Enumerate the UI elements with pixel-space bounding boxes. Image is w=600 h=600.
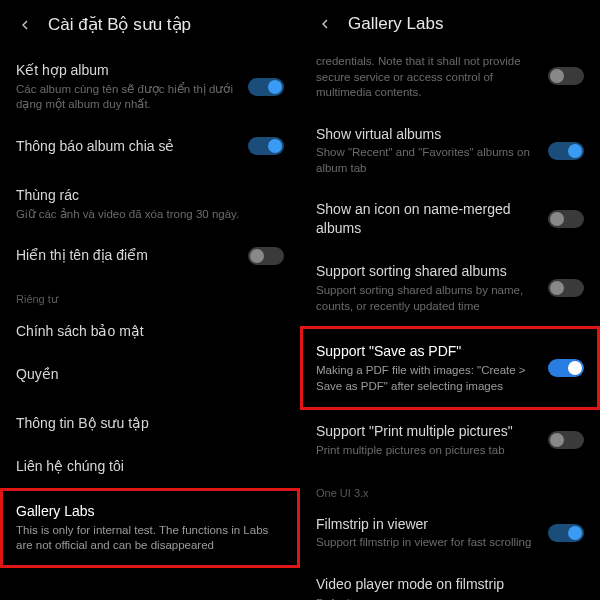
item-show-location[interactable]: Hiển thị tên địa điểm bbox=[0, 234, 300, 277]
toggle-print-multiple[interactable] bbox=[548, 431, 584, 449]
item-title: Thông báo album chia sẻ bbox=[16, 137, 238, 156]
item-title: Quyền bbox=[16, 365, 284, 384]
item-sub: Print multiple pictures on pictures tab bbox=[316, 443, 538, 459]
item-sub: Các album cùng tên sẽ được hiển thị dưới… bbox=[16, 82, 238, 113]
item-permissions[interactable]: Quyền bbox=[0, 353, 300, 396]
item-title: Support sorting shared albums bbox=[316, 262, 538, 281]
toggle-merge-albums[interactable] bbox=[248, 78, 284, 96]
item-sub: Making a PDF file with images: "Create >… bbox=[316, 363, 538, 394]
item-sub: Giữ các ảnh và video đã xóa trong 30 ngà… bbox=[16, 207, 284, 223]
item-sub: Support filmstrip in viewer for fast scr… bbox=[316, 535, 538, 551]
item-trash[interactable]: Thùng rác Giữ các ảnh và video đã xóa tr… bbox=[0, 174, 300, 234]
toggle-credentials[interactable] bbox=[548, 67, 584, 85]
item-sub: This is only for internal test. The func… bbox=[16, 523, 284, 554]
item-sub: Default bbox=[316, 596, 584, 600]
toggle-show-location[interactable] bbox=[248, 247, 284, 265]
content-left: Kết hợp album Các album cùng tên sẽ được… bbox=[0, 49, 300, 600]
item-title: Support "Print multiple pictures" bbox=[316, 422, 538, 441]
page-title-left: Cài đặt Bộ sưu tập bbox=[48, 14, 191, 35]
toggle-filmstrip-viewer[interactable] bbox=[548, 524, 584, 542]
item-sort-shared-albums[interactable]: Support sorting shared albums Support so… bbox=[300, 250, 600, 326]
item-title: Show virtual albums bbox=[316, 125, 538, 144]
item-title: Kết hợp album bbox=[16, 61, 238, 80]
item-save-as-pdf[interactable]: Support "Save as PDF" Making a PDF file … bbox=[300, 326, 600, 410]
item-shared-album-notif[interactable]: Thông báo album chia sẻ bbox=[0, 125, 300, 168]
item-privacy-policy[interactable]: Chính sách bảo mật bbox=[0, 310, 300, 353]
content-right: credentials. Note that it shall not prov… bbox=[300, 48, 600, 600]
item-about-gallery[interactable]: Thông tin Bộ sưu tập bbox=[0, 402, 300, 445]
item-title: Thông tin Bộ sưu tập bbox=[16, 414, 284, 433]
item-title: Support "Save as PDF" bbox=[316, 342, 538, 361]
section-privacy: Riêng tư bbox=[0, 283, 300, 310]
item-video-player-mode[interactable]: Video player mode on filmstrip Default bbox=[300, 563, 600, 600]
toggle-sort-shared-albums[interactable] bbox=[548, 279, 584, 297]
back-icon[interactable] bbox=[316, 15, 334, 33]
item-title: Liên hệ chúng tôi bbox=[16, 457, 284, 476]
item-title: Thùng rác bbox=[16, 186, 284, 205]
item-contact-us[interactable]: Liên hệ chúng tôi bbox=[0, 445, 300, 488]
header-right: Gallery Labs bbox=[300, 0, 600, 48]
toggle-name-merged-icon[interactable] bbox=[548, 210, 584, 228]
back-icon[interactable] bbox=[16, 16, 34, 34]
item-title: Chính sách bảo mật bbox=[16, 322, 284, 341]
page-title-right: Gallery Labs bbox=[348, 14, 443, 34]
item-title: Hiển thị tên địa điểm bbox=[16, 246, 238, 265]
item-print-multiple[interactable]: Support "Print multiple pictures" Print … bbox=[300, 410, 600, 470]
header-left: Cài đặt Bộ sưu tập bbox=[0, 0, 300, 49]
toggle-save-as-pdf[interactable] bbox=[548, 359, 584, 377]
item-title: Gallery Labs bbox=[16, 502, 284, 521]
item-sub: Show "Recent" and "Favorites" albums on … bbox=[316, 145, 538, 176]
item-merge-albums[interactable]: Kết hợp album Các album cùng tên sẽ được… bbox=[0, 49, 300, 125]
item-credentials-partial[interactable]: credentials. Note that it shall not prov… bbox=[300, 48, 600, 113]
item-sub: Support sorting shared albums by name, c… bbox=[316, 283, 538, 314]
item-title: Show an icon on name-merged albums bbox=[316, 200, 538, 238]
item-title: Filmstrip in viewer bbox=[316, 515, 538, 534]
item-sub: credentials. Note that it shall not prov… bbox=[316, 54, 538, 101]
item-name-merged-icon[interactable]: Show an icon on name-merged albums bbox=[300, 188, 600, 250]
item-title: Video player mode on filmstrip bbox=[316, 575, 584, 594]
item-filmstrip-viewer[interactable]: Filmstrip in viewer Support filmstrip in… bbox=[300, 503, 600, 563]
item-gallery-labs[interactable]: Gallery Labs This is only for internal t… bbox=[0, 488, 300, 568]
section-one-ui: One UI 3.x bbox=[300, 477, 600, 503]
right-screen: Gallery Labs credentials. Note that it s… bbox=[300, 0, 600, 600]
toggle-shared-album-notif[interactable] bbox=[248, 137, 284, 155]
toggle-virtual-albums[interactable] bbox=[548, 142, 584, 160]
left-screen: Cài đặt Bộ sưu tập Kết hợp album Các alb… bbox=[0, 0, 300, 600]
item-virtual-albums[interactable]: Show virtual albums Show "Recent" and "F… bbox=[300, 113, 600, 189]
